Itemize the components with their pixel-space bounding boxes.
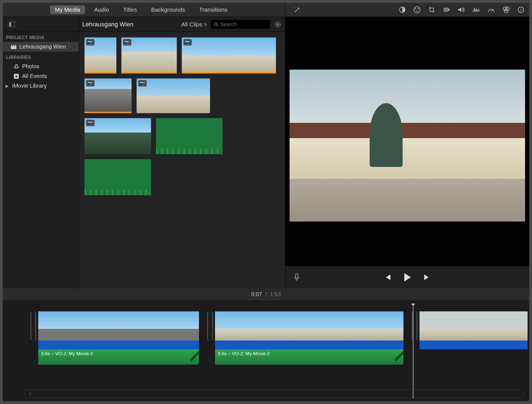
svg-rect-33	[296, 274, 298, 278]
photo-badge-icon: 📷	[86, 80, 94, 87]
play-button[interactable]	[403, 273, 411, 282]
svg-point-23	[416, 11, 418, 12]
media-clip[interactable]: 📷	[121, 37, 177, 73]
search-field[interactable]	[211, 20, 270, 29]
playhead[interactable]	[413, 305, 413, 398]
photo-badge-icon: 📷	[123, 39, 131, 45]
event-name: Lehrausgang Wien	[82, 21, 177, 28]
svg-point-22	[418, 8, 419, 9]
playback-controls	[285, 266, 529, 288]
timeline-clip[interactable]: 3.6s – VO-2: My Movie 2	[38, 311, 199, 365]
music-track[interactable]: ♫	[25, 390, 524, 398]
total-time: 1:53	[270, 291, 281, 298]
clapperboard-icon	[11, 44, 17, 50]
svg-line-27	[491, 9, 493, 12]
preview-frame	[290, 70, 525, 221]
browser-toolbar: Lehrausgang Wien All Clips ⇅	[3, 17, 285, 32]
svg-rect-24	[444, 8, 448, 11]
viewer-toolbar: i	[285, 3, 529, 17]
voiceover-clip[interactable]: 3.6s – VO-2: My Movie 2	[38, 349, 199, 365]
svg-text:i: i	[520, 7, 521, 12]
tab-audio[interactable]: Audio	[89, 5, 114, 14]
svg-point-21	[415, 8, 416, 9]
photo-badge-icon: 📷	[183, 39, 192, 45]
disclosure-triangle-icon[interactable]: ▶	[6, 84, 9, 88]
speed-icon[interactable]	[488, 6, 495, 13]
svg-point-25	[445, 9, 447, 11]
sidebar-section-libraries: LIBRARIES	[3, 52, 79, 62]
media-clip[interactable]: 📷	[85, 118, 151, 154]
browser-tabs: My Media Audio Titles Backgrounds Transi…	[3, 3, 285, 17]
clip-handle[interactable]	[30, 311, 36, 341]
crop-icon[interactable]	[428, 6, 435, 13]
sidebar-section-project: PROJECT MEDIA	[3, 32, 79, 42]
next-button[interactable]	[424, 274, 431, 281]
sidebar-imovie-library[interactable]: ▶ iMovie Library	[3, 81, 79, 91]
search-icon	[214, 22, 218, 27]
prev-button[interactable]	[384, 274, 391, 281]
imovie-window: My Media Audio Titles Backgrounds Transi…	[3, 3, 529, 401]
svg-point-5	[277, 24, 279, 25]
timeline-clip[interactable]: 3.6s – VO-2: My Movie 2	[215, 311, 403, 365]
filters-icon[interactable]	[503, 6, 510, 13]
info-icon[interactable]: i	[518, 6, 524, 13]
photo-badge-icon: 📷	[86, 120, 94, 126]
svg-point-20	[414, 7, 420, 13]
tab-transitions[interactable]: Transitions	[194, 5, 232, 14]
photos-icon	[13, 63, 19, 70]
tab-titles[interactable]: Titles	[118, 5, 142, 14]
media-audio-clip[interactable]	[85, 159, 151, 195]
svg-point-2	[214, 23, 217, 26]
toggle-sidebar-button[interactable]	[8, 21, 16, 28]
media-clip[interactable]: 📷	[85, 78, 132, 113]
media-clip[interactable]: 📷	[137, 78, 210, 113]
media-clip[interactable]: 📷	[85, 37, 116, 73]
media-grid: 📷 📷 📷 📷	[79, 32, 285, 288]
contrast-icon[interactable]	[399, 6, 406, 13]
timecode-bar: 0:07 / 1:53	[3, 288, 529, 300]
library-sidebar: PROJECT MEDIA Lehrausgang Wien LIBRARIES…	[3, 32, 79, 288]
sidebar-photos[interactable]: Photos	[3, 62, 79, 71]
sidebar-project-item[interactable]: Lehrausgang Wien	[3, 42, 79, 52]
photo-badge-icon: 📷	[138, 80, 147, 87]
clips-filter[interactable]: All Clips ⇅	[181, 21, 207, 28]
star-icon: ★	[13, 73, 19, 79]
sidebar-all-events[interactable]: ★ All Events	[3, 71, 79, 81]
svg-point-17	[295, 7, 296, 8]
tab-my-media[interactable]: My Media	[50, 5, 85, 14]
timeline[interactable]: 3.6s – VO-2: My Movie 2 3.6s – VO-2: My …	[3, 300, 529, 401]
svg-line-3	[217, 25, 218, 26]
clip-handle[interactable]	[207, 311, 213, 341]
preview-viewer[interactable]	[285, 17, 529, 266]
volume-icon[interactable]	[458, 7, 465, 13]
svg-rect-26	[448, 9, 449, 11]
color-icon[interactable]	[413, 6, 421, 13]
music-icon: ♫	[28, 391, 32, 397]
enhance-icon[interactable]	[294, 6, 301, 13]
voiceover-mic-icon[interactable]	[294, 273, 300, 281]
svg-point-12	[16, 64, 17, 66]
playhead-time: 0:07	[251, 291, 262, 298]
settings-gear-icon[interactable]	[274, 21, 282, 28]
clip-handle[interactable]	[412, 311, 417, 341]
noise-icon[interactable]	[473, 7, 480, 13]
photo-badge-icon: 📷	[86, 39, 94, 45]
tab-backgrounds[interactable]: Backgrounds	[146, 5, 190, 14]
svg-rect-1	[9, 22, 11, 27]
stabilize-icon[interactable]	[443, 7, 450, 12]
svg-point-18	[300, 11, 300, 12]
svg-text:★: ★	[15, 74, 18, 78]
voiceover-clip[interactable]: 3.6s – VO-2: My Movie 2	[215, 349, 403, 365]
svg-point-14	[14, 67, 16, 68]
svg-point-4	[275, 22, 280, 27]
svg-point-13	[17, 67, 19, 68]
media-clip[interactable]: 📷	[182, 37, 276, 73]
media-browser-pane: My Media Audio Titles Backgrounds Transi…	[3, 3, 285, 288]
media-audio-clip[interactable]	[156, 118, 222, 154]
timeline-clip[interactable]	[420, 311, 528, 349]
viewer-pane: i	[285, 3, 529, 288]
search-input[interactable]	[220, 21, 267, 27]
